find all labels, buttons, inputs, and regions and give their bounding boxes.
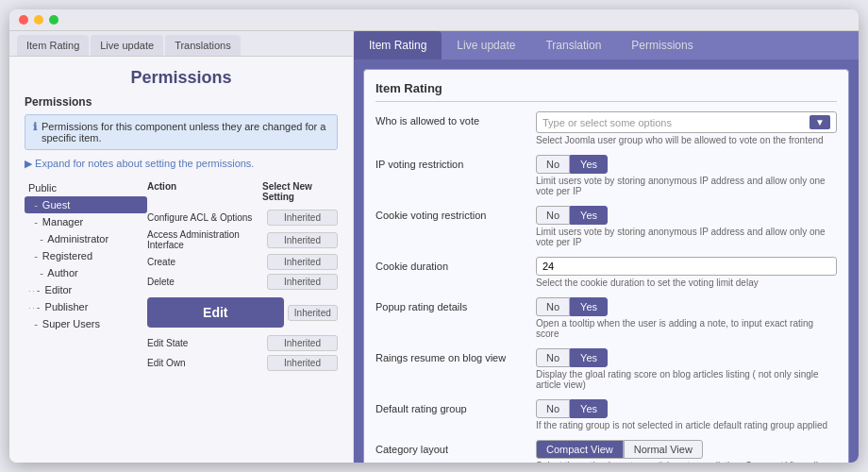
permissions-label: Permissions	[25, 95, 338, 109]
label-category-layout: Category layout	[376, 440, 526, 455]
label-cookie-voting: Cookie voting restriction	[376, 206, 526, 221]
tree-item-superusers[interactable]: - Super Users	[25, 315, 147, 332]
tree-item-public[interactable]: Public	[25, 179, 147, 196]
tree-item-administrator[interactable]: - Administrator	[25, 230, 147, 247]
tab-live-update-right[interactable]: Live update	[442, 31, 530, 59]
help-cookie-voting: Limit users vote by storing anonymous IP…	[536, 227, 837, 247]
toggle-ip-yes[interactable]: Yes	[570, 155, 608, 174]
left-panel: Item Rating Live update Translations Per…	[9, 31, 354, 463]
label-popup-rating: Popup rating details	[376, 297, 526, 312]
toggle-popup-yes[interactable]: Yes	[570, 297, 608, 316]
perm-action-delete: Delete	[147, 277, 263, 287]
help-ip-voting: Limit users vote by storing anonymous IP…	[536, 176, 837, 196]
close-button[interactable]	[19, 15, 28, 25]
info-box: ℹ Permissions for this component unless …	[25, 114, 338, 150]
info-text: Permissions for this component unless th…	[42, 121, 329, 143]
tree-item-manager[interactable]: - Manager	[25, 213, 147, 230]
toggle-ratings-blog: No Yes	[536, 348, 837, 367]
form-row-cookie-duration: Cookie duration Select the cookie durati…	[376, 257, 837, 288]
perm-row-editstate: Edit State Inherited	[147, 333, 338, 353]
minimize-button[interactable]	[34, 15, 43, 25]
select-who-allowed[interactable]: Type or select some options ▼	[536, 111, 837, 133]
perm-row-delete: Delete Inherited	[147, 272, 338, 292]
form-row-popup-rating: Popup rating details No Yes Open a toolt…	[376, 297, 837, 339]
perm-badge-create[interactable]: Inherited	[267, 254, 338, 270]
select-arrow-icon: ▼	[810, 115, 830, 129]
item-rating-box: Item Rating Who is allowed to vote Type …	[363, 69, 849, 463]
control-popup-rating: No Yes Open a tooltip when the user is a…	[536, 297, 837, 339]
form-row-ratings-blog: Raings resume on blog view No Yes Displa…	[376, 348, 837, 390]
right-tabs: Item Rating Live update Translation Perm…	[354, 31, 859, 59]
toggle-ratings-blog-no[interactable]: No	[536, 348, 570, 367]
permissions-table: Action Select New Setting Configure ACL …	[147, 179, 338, 373]
perm-row-configure: Configure ACL & Options Inherited	[147, 208, 338, 228]
form-row-who-allowed: Who is allowed to vote Type or select so…	[376, 111, 837, 145]
left-tabs: Item Rating Live update Translations	[9, 31, 353, 57]
col-select-header: Select New Setting	[262, 181, 338, 202]
tree-item-author[interactable]: - Author	[25, 264, 147, 281]
toggle-cookie-yes[interactable]: Yes	[570, 206, 608, 225]
edit-button[interactable]: Edit	[147, 297, 284, 328]
input-cookie-duration[interactable]	[536, 257, 837, 276]
tab-permissions-right[interactable]: Permissions	[616, 31, 708, 59]
tree-item-guest[interactable]: - Guest	[25, 196, 147, 213]
tab-translation-right[interactable]: Translation	[530, 31, 616, 59]
toggle-compact-view[interactable]: Compact View	[536, 440, 624, 459]
help-who-allowed: Select Joomla user group who will be all…	[536, 135, 837, 145]
perm-badge-access[interactable]: Inherited	[267, 232, 338, 248]
form-row-default-rating: Default rating group No Yes If the ratin…	[376, 399, 837, 430]
perm-badge-editstate[interactable]: Inherited	[267, 335, 338, 351]
left-header: Permissions	[9, 57, 353, 95]
perm-row-edit: Edit Inherited	[147, 292, 338, 333]
toggle-default-rating-yes[interactable]: Yes	[570, 399, 608, 418]
perm-action-editstate: Edit State	[147, 338, 263, 348]
permissions-tree-section: Public - Guest - Manager - Administrator…	[25, 179, 338, 373]
toggle-cookie-voting: No Yes	[536, 206, 837, 225]
user-tree: Public - Guest - Manager - Administrator…	[25, 179, 147, 373]
tab-live-update-left[interactable]: Live update	[91, 35, 163, 56]
perm-badge-editown[interactable]: Inherited	[267, 355, 338, 371]
tree-item-publisher[interactable]: · ·- Publisher	[25, 298, 147, 315]
label-ip-voting: IP voting restriction	[376, 155, 526, 170]
help-cookie-duration: Select the cookie duration to set the vo…	[536, 278, 837, 288]
label-ratings-blog: Raings resume on blog view	[376, 348, 526, 363]
tree-item-registered[interactable]: - Registered	[25, 247, 147, 264]
perm-action-create: Create	[147, 257, 263, 267]
toggle-popup-rating: No Yes	[536, 297, 837, 316]
perm-row-access: Access Administration Interface Inherite…	[147, 228, 338, 252]
toggle-ratings-blog-yes[interactable]: Yes	[570, 348, 608, 367]
maximize-button[interactable]	[49, 15, 58, 25]
tab-translations-left[interactable]: Translations	[165, 35, 241, 56]
perm-action-access: Access Administration Interface	[147, 229, 263, 250]
toggle-default-rating: No Yes	[536, 399, 837, 418]
control-ratings-blog: No Yes Display the gloal rating score on…	[536, 348, 837, 390]
perm-badge-delete[interactable]: Inherited	[267, 274, 338, 290]
title-bar	[9, 9, 859, 31]
expand-permissions-link[interactable]: Expand for notes about setting the permi…	[25, 158, 338, 170]
form-row-ip-voting: IP voting restriction No Yes Limit users…	[376, 155, 837, 196]
main-content: Item Rating Live update Translations Per…	[9, 31, 859, 463]
toggle-popup-no[interactable]: No	[536, 297, 570, 316]
toggle-default-rating-no[interactable]: No	[536, 399, 570, 418]
tab-item-rating-right[interactable]: Item Rating	[354, 31, 442, 59]
perm-table-header: Action Select New Setting	[147, 179, 338, 204]
control-who-allowed: Type or select some options ▼ Select Joo…	[536, 111, 837, 145]
col-action-header: Action	[147, 181, 259, 202]
label-who-allowed: Who is allowed to vote	[376, 111, 526, 126]
tree-item-editor[interactable]: · ·- Editor	[25, 281, 147, 298]
perm-row-create: Create Inherited	[147, 252, 338, 272]
toggle-ip-voting: No Yes	[536, 155, 837, 174]
help-default-rating: If the rating group is not selected in a…	[536, 420, 837, 430]
perm-action-configure: Configure ACL & Options	[147, 212, 263, 223]
right-content: Item Rating Who is allowed to vote Type …	[354, 59, 859, 463]
help-popup-rating: Open a tooltip when the user is adding a…	[536, 318, 837, 339]
control-ip-voting: No Yes Limit users vote by storing anony…	[536, 155, 837, 196]
right-panel: Item Rating Live update Translation Perm…	[354, 31, 859, 463]
toggle-cookie-no[interactable]: No	[536, 206, 570, 225]
toggle-ip-no[interactable]: No	[536, 155, 570, 174]
perm-badge-edit[interactable]: Inherited	[288, 305, 338, 321]
control-category-layout: Compact View Normal View Select the voti…	[536, 440, 837, 463]
perm-badge-configure[interactable]: Inherited	[267, 210, 338, 226]
toggle-normal-view[interactable]: Normal View	[624, 440, 703, 459]
tab-item-rating-left[interactable]: Item Rating	[17, 35, 89, 56]
